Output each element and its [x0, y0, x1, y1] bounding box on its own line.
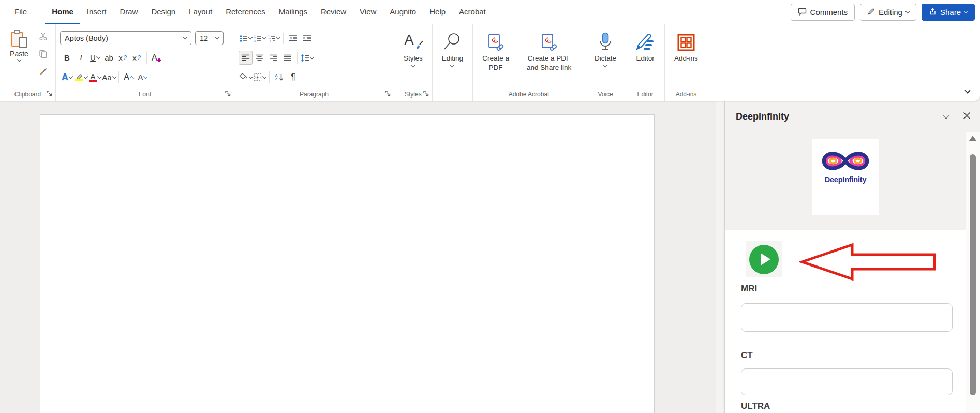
tab-references[interactable]: References: [219, 0, 272, 24]
line-spacing-button[interactable]: [300, 51, 314, 65]
chevron-down-icon: [97, 74, 101, 78]
share-icon: [929, 8, 937, 17]
align-center-button[interactable]: [253, 51, 266, 65]
create-pdf-share-button[interactable]: Create a PDF and Share link: [517, 28, 581, 87]
increase-indent-button[interactable]: [300, 31, 314, 45]
decrease-indent-button[interactable]: [286, 31, 300, 45]
chevron-up-icon: [130, 76, 134, 80]
tab-layout[interactable]: Layout: [182, 0, 219, 24]
document-page[interactable]: [40, 114, 655, 413]
paste-label: Paste: [10, 50, 28, 58]
chevron-down-icon: [183, 35, 187, 39]
tab-acrobat[interactable]: Acrobat: [452, 0, 493, 24]
numbering-button[interactable]: 123: [253, 31, 266, 45]
tab-view[interactable]: View: [353, 0, 383, 24]
paste-button[interactable]: Paste: [4, 28, 34, 87]
align-right-icon: [270, 54, 277, 61]
editing-mode-button[interactable]: Editing: [860, 4, 916, 21]
tab-draw[interactable]: Draw: [113, 0, 144, 24]
format-painter-button[interactable]: [36, 65, 50, 79]
align-left-icon: [242, 54, 249, 61]
infinity-icon: [819, 148, 872, 174]
tab-mailings[interactable]: Mailings: [272, 0, 314, 24]
tab-help[interactable]: Help: [423, 0, 452, 24]
mri-input[interactable]: [741, 303, 953, 332]
bold-button[interactable]: B: [60, 51, 74, 65]
text-effects-button[interactable]: A: [60, 70, 74, 84]
paragraph-dialog-launcher[interactable]: [384, 90, 392, 97]
tab-file[interactable]: File: [8, 0, 34, 24]
pdf-link-icon: [487, 33, 504, 52]
chevron-down-icon: [603, 63, 607, 67]
copy-button[interactable]: [36, 47, 50, 61]
font-family-select[interactable]: Aptos (Body): [60, 31, 191, 45]
share-button[interactable]: Share: [922, 4, 975, 21]
addins-group-label: Add-ins: [676, 91, 697, 98]
justify-icon: [284, 54, 291, 61]
clipboard-group: Paste Clipboard: [0, 24, 56, 101]
styles-dialog-launcher[interactable]: [423, 90, 430, 97]
font-color-swatch: [89, 80, 97, 82]
taskpane-options-chevron-icon[interactable]: [943, 112, 949, 119]
grow-font-button[interactable]: A: [122, 70, 136, 84]
chevron-down-icon: [905, 9, 910, 13]
taskpane-scrollbar: [966, 132, 980, 413]
align-right-button[interactable]: [266, 51, 280, 65]
editing-menu-button[interactable]: Editing: [437, 28, 468, 87]
font-dialog-launcher[interactable]: [225, 90, 232, 97]
show-paragraph-marks-button[interactable]: ¶: [286, 70, 300, 84]
justify-button[interactable]: [280, 51, 294, 65]
comments-button[interactable]: Comments: [791, 4, 855, 21]
document-canvas: [0, 101, 724, 413]
create-pdf-button[interactable]: Create a PDF: [477, 28, 514, 87]
editor-button[interactable]: Editor: [630, 28, 660, 87]
shrink-font-button[interactable]: A: [136, 70, 150, 84]
addins-button[interactable]: Add-ins: [669, 28, 703, 87]
dictate-button[interactable]: Dictate: [589, 28, 621, 87]
clear-formatting-button[interactable]: A: [150, 51, 164, 65]
microphone-icon: [598, 32, 613, 52]
close-icon[interactable]: [963, 112, 971, 122]
bullet-list-icon: [240, 35, 248, 42]
font-group: Aptos (Body) 12 B I U ab x2 x2: [56, 24, 234, 101]
clipboard-dialog-launcher[interactable]: [46, 90, 53, 97]
change-case-button[interactable]: Aa: [102, 70, 116, 84]
highlight-button[interactable]: [74, 70, 88, 84]
borders-button[interactable]: [253, 70, 266, 84]
collapse-ribbon-button[interactable]: [966, 85, 970, 95]
tab-insert[interactable]: Insert: [80, 0, 113, 24]
chevron-down-icon: [964, 9, 968, 13]
tab-augnito[interactable]: Augnito: [383, 0, 423, 24]
styles-button[interactable]: A Styles: [398, 28, 428, 87]
sort-button[interactable]: AZ: [272, 70, 286, 84]
tab-home[interactable]: Home: [45, 0, 80, 24]
create-pdf-share-label: Create a PDF and Share link: [523, 54, 575, 72]
subscript-button[interactable]: x2: [116, 51, 130, 65]
scrollbar-thumb[interactable]: [970, 154, 976, 395]
taskpane-title: Deepinfinity: [736, 111, 789, 122]
editor-group-label: Editor: [637, 91, 653, 98]
align-left-button[interactable]: [239, 51, 253, 65]
tab-design[interactable]: Design: [144, 0, 182, 24]
tab-review[interactable]: Review: [314, 0, 353, 24]
scissors-icon: [39, 32, 48, 41]
play-button[interactable]: [749, 245, 779, 274]
styles-group: A Styles Styles: [394, 24, 433, 101]
superscript-button[interactable]: x2: [130, 51, 144, 65]
scroll-up-arrow-icon[interactable]: [969, 136, 976, 141]
font-color-button[interactable]: A: [88, 70, 102, 84]
voice-group: Dictate Voice: [585, 24, 626, 101]
taskpane-header: Deepinfinity: [725, 101, 980, 132]
document-scrollbar[interactable]: [716, 101, 723, 413]
italic-button[interactable]: I: [74, 51, 88, 65]
underline-button[interactable]: U: [88, 51, 102, 65]
paint-bucket-icon: [239, 73, 248, 81]
bullets-button[interactable]: [239, 31, 253, 45]
font-size-select[interactable]: 12: [195, 31, 224, 45]
strikethrough-button[interactable]: ab: [102, 51, 116, 65]
cut-button[interactable]: [36, 30, 50, 43]
paragraph-group-label: Paragraph: [300, 91, 329, 98]
multilevel-list-button[interactable]: 1ai: [266, 31, 280, 45]
ct-input[interactable]: [741, 368, 953, 395]
shading-button[interactable]: [239, 70, 253, 84]
